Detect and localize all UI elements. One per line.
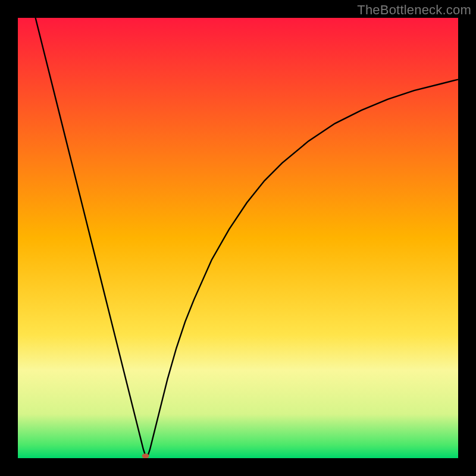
bottleneck-chart	[18, 18, 458, 458]
chart-background	[18, 18, 458, 458]
chart-frame	[18, 18, 458, 458]
watermark-text: TheBottleneck.com	[357, 2, 471, 18]
min-point-marker	[142, 453, 149, 458]
